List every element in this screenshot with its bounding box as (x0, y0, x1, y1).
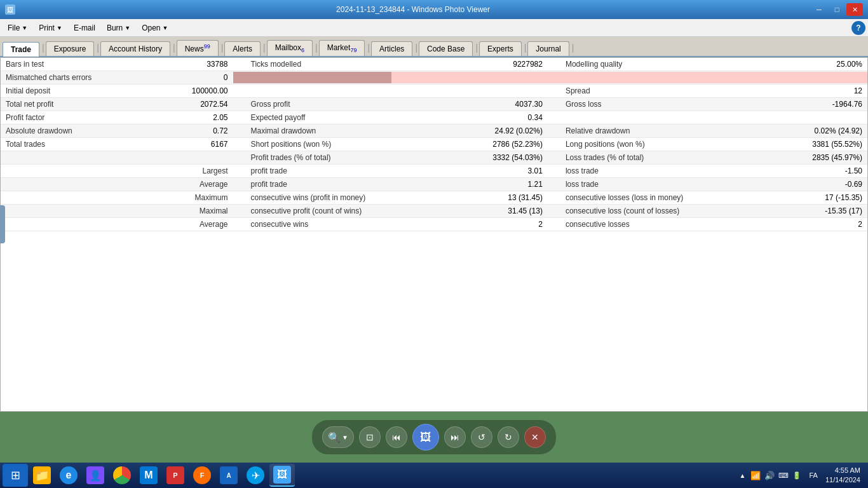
taskbar-panda[interactable]: P (163, 464, 188, 487)
clock[interactable]: 4:55 AM 11/14/2024 (825, 466, 860, 485)
table-row: Mismatched charts errors 0 (1, 71, 867, 85)
start-button[interactable]: ⊞ (3, 464, 28, 487)
label-abs-drawdown: Absolute drawdown (1, 125, 158, 138)
value-total-trades: 6167 (158, 138, 233, 151)
taskbar-firefox[interactable]: F (189, 464, 215, 487)
network-icon: 📶 (750, 471, 761, 480)
menu-email[interactable]: E-mail (69, 22, 100, 34)
minimize-button[interactable]: ─ (811, 3, 827, 16)
menu-bar: File ▼ Print ▼ E-mail Burn ▼ Open ▼ ? (0, 19, 868, 37)
rotate-left-icon: ↺ (478, 432, 485, 442)
value-net-profit: 2072.54 (158, 98, 233, 111)
help-button[interactable]: ? (851, 21, 865, 35)
value-consec-profit-maximal: 31.45 (13) (449, 205, 548, 218)
menu-file[interactable]: File ▼ (3, 22, 32, 34)
panda-icon: P (166, 466, 184, 484)
value-profit-trade-largest: 3.01 (449, 165, 548, 178)
table-row: Total net profit 2072.54 Gross profit 40… (1, 98, 867, 111)
next-button[interactable]: ⏭ (444, 426, 466, 448)
rotate-left-button[interactable]: ↺ (471, 426, 492, 448)
label-consec-losses-max: consecutive losses (loss in money) (560, 191, 770, 205)
close-button[interactable]: ✕ (846, 3, 863, 16)
taskbar-file-explorer[interactable]: 📁 (29, 464, 55, 487)
delete-icon: ✕ (531, 432, 539, 442)
taskbar-alpari[interactable]: A (216, 464, 241, 487)
taskbar-photo-viewer[interactable]: 🖼 (269, 464, 295, 487)
maximize-button[interactable]: □ (829, 3, 845, 16)
taskbar-telegram[interactable]: ✈ (243, 464, 268, 487)
tab-account-history[interactable]: Account History (100, 41, 170, 56)
firefox-icon: F (193, 466, 211, 484)
photo-toolbar: 🔍 ▼ ⊡ ⏮ 🖼 ⏭ ↺ ↻ ✕ (0, 412, 868, 463)
up-arrow-icon[interactable]: ▲ (740, 472, 746, 479)
slideshow-button[interactable]: 🖼 (412, 424, 439, 451)
value-abs-drawdown: 0.72 (158, 125, 233, 138)
taskbar-ie[interactable]: e (56, 464, 81, 487)
label-loss-trade-avg: loss trade (560, 178, 770, 191)
tab-bar: Trade | Exposure | Account History | New… (0, 37, 868, 57)
chevron-down-icon: ▼ (22, 25, 27, 31)
tab-market[interactable]: Market79 (319, 40, 365, 56)
label-net-profit: Total net profit (1, 98, 158, 111)
table-row: Profit trades (% of total) 3332 (54.03%)… (1, 151, 867, 165)
prev-button[interactable]: ⏮ (386, 426, 407, 448)
keyboard-icon: ⌨ (778, 471, 789, 480)
language-indicator: FA (806, 471, 820, 479)
delete-button[interactable]: ✕ (524, 426, 546, 448)
label-gross-profit: Gross profit (246, 98, 450, 111)
table-row: Initial deposit 100000.00 Spread 12 (1, 85, 867, 98)
value-max-drawdown: 24.92 (0.02%) (449, 125, 548, 138)
tab-alerts[interactable]: Alerts (224, 41, 261, 56)
chevron-down-icon: ▼ (57, 25, 62, 31)
label-average: Average (158, 178, 233, 191)
progress-bar-fill (233, 72, 392, 83)
value-mismatched: 0 (158, 71, 233, 85)
volume-icon: 🔊 (764, 471, 775, 480)
battery-icon: 🔋 (792, 471, 801, 480)
tab-exposure[interactable]: Exposure (46, 41, 95, 56)
label-max-drawdown: Maximal drawdown (246, 125, 450, 138)
menu-print[interactable]: Print ▼ (34, 22, 67, 34)
value-modelling-quality: 25.00% (769, 58, 867, 71)
value-gross-profit: 4037.30 (449, 98, 548, 111)
menu-burn[interactable]: Burn ▼ (102, 22, 135, 34)
value-spread: 12 (769, 85, 867, 98)
label-expected-payoff: Expected payoff (246, 111, 450, 125)
rotate-right-button[interactable]: ↻ (498, 426, 519, 448)
tab-codebase[interactable]: Code Base (419, 41, 473, 56)
tab-mailbox[interactable]: Mailbox6 (267, 40, 313, 56)
label-profit-trade-avg: profit trade (246, 178, 450, 191)
label-profit-trades: Profit trades (% of total) (246, 151, 450, 165)
system-icons: 📶 🔊 ⌨ 🔋 (750, 471, 801, 480)
taskbar-people[interactable]: 👤 (83, 464, 108, 487)
table-row: Total trades 6167 Short positions (won %… (1, 138, 867, 151)
label-mismatched: Mismatched charts errors (1, 71, 158, 85)
tab-news[interactable]: News99 (177, 40, 219, 56)
slideshow-icon: 🖼 (420, 431, 431, 444)
date-display: 11/14/2024 (825, 475, 860, 485)
menu-open[interactable]: Open ▼ (137, 22, 173, 34)
value-initial-deposit: 100000.00 (158, 85, 233, 98)
tab-trade[interactable]: Trade (3, 42, 39, 57)
tab-articles[interactable]: Articles (371, 41, 412, 56)
taskbar-chrome[interactable] (109, 464, 135, 487)
chevron-down-icon: ▼ (163, 25, 168, 31)
tab-experts[interactable]: Experts (479, 41, 522, 56)
label-consec-loss-maximal: consecutive loss (count of losses) (560, 205, 770, 218)
value-consec-loss-maximal: -15.35 (17) (769, 205, 867, 218)
label-rel-drawdown: Relative drawdown (560, 125, 770, 138)
app-icon: 🖼 (5, 4, 15, 15)
value-profit-factor: 2.05 (158, 111, 233, 125)
label-bars-in-test: Bars in test (1, 58, 158, 71)
tab-journal[interactable]: Journal (527, 41, 569, 56)
label-initial-deposit: Initial deposit (1, 85, 158, 98)
photo-controls: 🔍 ▼ ⊡ ⏮ 🖼 ⏭ ↺ ↻ ✕ (312, 420, 556, 454)
table-row: Absolute drawdown 0.72 Maximal drawdown … (1, 125, 867, 138)
side-tag (0, 205, 5, 243)
zoom-icon: 🔍 (328, 431, 341, 444)
fit-button[interactable]: ⊡ (359, 426, 381, 448)
label-long-pos: Long positions (won %) (560, 138, 770, 151)
label-gross-loss: Gross loss (560, 98, 770, 111)
zoom-button[interactable]: 🔍 ▼ (322, 426, 354, 448)
taskbar-edge[interactable]: M (136, 464, 161, 487)
